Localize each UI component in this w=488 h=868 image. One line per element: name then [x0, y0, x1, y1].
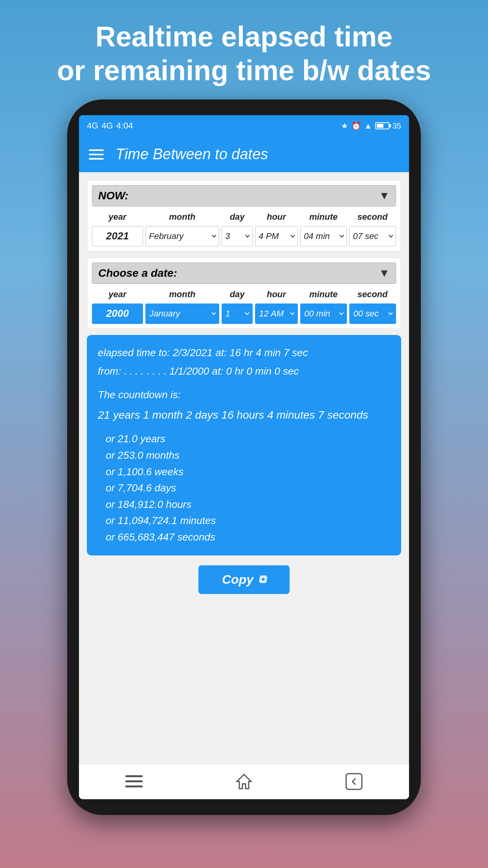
status-time: 4:04: [116, 121, 133, 131]
choose-day-label: day: [222, 289, 253, 300]
result-box: elapsed time to: 2/3/2021 at: 16 hr 4 mi…: [87, 335, 401, 555]
choose-hour-label: hour: [255, 289, 298, 300]
now-date-inputs: JanuaryFebruaryMarchAprilMayJuneJulyAugu…: [92, 226, 396, 246]
choose-month-label: month: [145, 289, 220, 300]
now-dropdown[interactable]: NOW: ▼: [92, 185, 396, 206]
svg-rect-2: [125, 785, 143, 787]
now-year-label: year: [92, 212, 143, 222]
svg-rect-4: [346, 774, 362, 789]
svg-rect-1: [125, 780, 143, 782]
result-main: 21 years 1 month 2 days 16 hours 4 minut…: [98, 406, 390, 424]
now-hour-label: hour: [255, 212, 298, 222]
now-day-label: day: [222, 212, 253, 222]
bluetooth-icon: ★: [341, 121, 348, 131]
now-dropdown-label: NOW:: [98, 189, 128, 202]
promo-line2: or remaining time b/w dates: [57, 53, 431, 87]
result-alt5: or 184,912.0 hours: [106, 497, 390, 513]
battery-icon: [375, 122, 389, 129]
now-year-input[interactable]: [92, 226, 143, 246]
choose-date-labels: year month day hour minute second: [92, 288, 396, 301]
now-minute-select[interactable]: 00 min01 min02 min03 min04 min05 min06 m…: [300, 226, 347, 246]
wifi-icon: ▲: [364, 121, 372, 131]
now-day-select[interactable]: 1234567891011121314151617181920212223242…: [222, 226, 253, 246]
choose-minute-label: minute: [300, 289, 347, 300]
result-alt3: or 1,100.6 weeks: [106, 464, 390, 480]
svg-marker-3: [237, 774, 251, 789]
result-alt6: or 11,094,724.1 minutes: [106, 513, 390, 529]
choose-second-select[interactable]: 00 sec01 sec02 sec03 sec04 sec05 sec06 s…: [349, 303, 396, 324]
status-right: ★ ⏰ ▲ 35: [341, 121, 401, 131]
choose-dropdown[interactable]: Choose a date: ▼: [92, 263, 396, 284]
app-title: Time Between to dates: [116, 146, 268, 163]
bottom-nav: [79, 764, 409, 799]
result-line1: elapsed time to: 2/3/2021 at: 16 hr 4 mi…: [98, 345, 390, 361]
result-alt4: or 7,704.6 days: [106, 480, 390, 497]
result-alt7: or 665,683,447 seconds: [106, 529, 390, 546]
now-section: NOW: ▼ year month day hour minute second…: [87, 180, 401, 252]
now-month-select[interactable]: JanuaryFebruaryMarchAprilMayJuneJulyAugu…: [145, 226, 219, 246]
choose-section: Choose a date: ▼ year month day hour min…: [87, 257, 401, 329]
promo-line1: Realtime elapsed time: [57, 20, 431, 53]
signal-4g-1: 4G: [87, 121, 98, 131]
choose-day-select[interactable]: 1234567891011121314151617181920212223242…: [222, 303, 253, 324]
copy-button-label: Copy: [222, 572, 253, 587]
battery-level: 35: [393, 121, 401, 131]
now-hour-select[interactable]: 12 AM1 AM2 AM3 AM4 AM5 AM6 AM7 AM8 AM9 A…: [255, 226, 298, 246]
status-bar: 4G 4G 4:04 ★ ⏰ ▲ 35: [79, 115, 409, 137]
now-dropdown-arrow: ▼: [379, 189, 390, 202]
nav-back-icon[interactable]: [345, 773, 363, 790]
phone-screen: 4G 4G 4:04 ★ ⏰ ▲ 35 Time Between to date…: [79, 115, 409, 799]
nav-menu-icon[interactable]: [125, 775, 143, 788]
choose-year-label: year: [92, 289, 143, 300]
nav-home-icon[interactable]: [235, 773, 253, 790]
now-month-label: month: [145, 212, 220, 222]
copy-button-area: Copy ⧉: [87, 561, 401, 600]
result-countdown-label: The countdown is:: [98, 387, 390, 403]
choose-dropdown-label: Choose a date:: [98, 267, 177, 280]
choose-date-inputs: JanuaryFebruaryMarchAprilMayJuneJulyAugu…: [92, 303, 396, 324]
now-second-label: second: [349, 212, 396, 222]
now-second-select[interactable]: 00 sec01 sec02 sec03 sec04 sec05 sec06 s…: [349, 226, 396, 246]
result-line2: from: . . . . . . . . 1/1/2000 at: 0 hr …: [98, 363, 390, 380]
result-alt1: or 21.0 years: [106, 431, 390, 447]
choose-dropdown-arrow: ▼: [379, 267, 390, 280]
choose-month-select[interactable]: JanuaryFebruaryMarchAprilMayJuneJulyAugu…: [145, 303, 219, 324]
status-left: 4G 4G 4:04: [87, 121, 133, 131]
app-bar: Time Between to dates: [79, 137, 409, 172]
choose-second-label: second: [349, 289, 396, 300]
menu-button[interactable]: [89, 149, 104, 160]
svg-rect-0: [125, 775, 143, 777]
now-date-labels: year month day hour minute second: [92, 210, 396, 224]
copy-icon: ⧉: [258, 573, 266, 586]
copy-button[interactable]: Copy ⧉: [198, 565, 290, 594]
choose-hour-select[interactable]: 12 AM1 AM2 AM3 AM4 AM5 AM6 AM7 AM8 AM9 A…: [255, 303, 298, 324]
app-promo-title: Realtime elapsed time or remaining time …: [33, 0, 455, 99]
result-alt2: or 253.0 months: [106, 447, 390, 464]
alarm-icon: ⏰: [351, 121, 361, 131]
choose-minute-select[interactable]: 00 min01 min02 min03 min04 min05 min06 m…: [300, 303, 347, 324]
signal-4g-2: 4G: [101, 121, 113, 131]
phone-frame: 4G 4G 4:04 ★ ⏰ ▲ 35 Time Between to date…: [67, 99, 421, 815]
now-minute-label: minute: [300, 212, 347, 222]
main-content: NOW: ▼ year month day hour minute second…: [79, 172, 409, 764]
choose-year-input[interactable]: [92, 303, 143, 324]
